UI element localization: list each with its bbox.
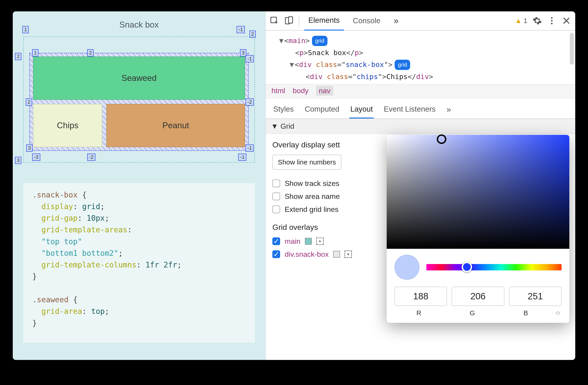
gear-icon[interactable] [532,16,542,25]
tab-console[interactable]: Console [349,11,385,30]
grid-line-label: 2 [15,53,21,60]
tab-computed[interactable]: Computed [304,103,340,118]
checkbox-overlay-snackbox[interactable]: ✓ [272,250,280,258]
line-numbers-select[interactable]: Show line numbers [272,155,341,170]
grid-line-label: -1 [237,26,245,33]
grid-line-label: -2 [246,98,254,106]
overlay-label[interactable]: div.snack-box [285,250,329,258]
grid-item-seaweed: Seaweed [33,57,245,100]
more-subtabs-icon[interactable]: » [446,103,452,118]
grid-badge[interactable]: grid [312,36,327,46]
code-snippet: .snack-box { display: grid; grid-gap: 10… [23,183,255,343]
color-spectrum[interactable] [387,135,569,249]
grid-item-chips: Chips [33,104,102,147]
inspect-icon[interactable] [270,16,279,25]
grid-line-label: 1 [32,49,39,57]
page-viewport: Snack box 1 -1 2 2 1 2 3 2 -2 -1 3 -3 -2 [13,11,266,360]
checkbox-extend-lines[interactable] [272,206,280,213]
snack-box-overlay: 1 2 3 2 -2 -1 3 -3 -2 -1 -1 Seaweed Chip… [29,53,249,151]
grid-line-label: -1 [246,55,254,63]
checkbox-overlay-main[interactable]: ✓ [272,237,280,245]
styles-subtabs: Styles Computed Layout Event Listeners » [266,98,575,119]
grid-line-label: 1 [22,26,29,33]
tab-layout[interactable]: Layout [349,103,374,118]
label-b: B [501,309,550,317]
grid-line-label: 2 [26,98,32,106]
checkbox-area-names[interactable] [272,192,280,200]
grid-badge[interactable]: grid [395,60,410,70]
overlay-label[interactable]: main [285,237,300,246]
input-r[interactable]: 188 [394,287,447,306]
label-g: G [448,309,497,317]
grid-line-label: -1 [246,144,254,152]
more-tabs-icon[interactable]: » [390,11,403,31]
overlay-color-swatch[interactable] [333,251,340,258]
grid-line-label: 3 [26,144,33,152]
device-toggle-icon[interactable] [284,16,294,25]
warnings-badge[interactable]: ▲ 1 [515,17,527,25]
dom-tree[interactable]: ▼<main>grid <p>Snack box</p> ▼<div class… [266,31,575,84]
devtools-window: Snack box 1 -1 2 2 1 2 3 2 -2 -1 3 -3 -2 [13,11,575,360]
caret-down-icon: ▼ [271,122,278,130]
tab-elements[interactable]: Elements [304,11,344,31]
color-preview[interactable] [394,255,420,280]
grid-line-label: 2 [87,49,94,57]
overlay-highlight-icon[interactable] [316,238,324,245]
svg-point-3 [551,17,553,19]
devtools-panel: Elements Console » ▲ 1 ▼<main>grid <p>Sn… [266,11,575,360]
page-title: Snack box [23,20,255,30]
close-icon[interactable] [562,16,571,25]
input-g[interactable]: 206 [452,287,504,306]
breadcrumb[interactable]: html body nav [266,84,575,98]
devtools-toolbar: Elements Console » ▲ 1 [266,11,575,31]
svg-point-4 [551,20,553,22]
svg-rect-2 [289,17,293,23]
label-r: R [394,309,443,317]
color-picker: 188 206 251 R G B ︿﹀ [387,135,569,323]
overlay-color-swatch[interactable] [305,238,312,245]
color-mode-toggle[interactable]: ︿﹀ [555,310,562,316]
tab-styles[interactable]: Styles [272,103,295,118]
grid-section-header[interactable]: ▼ Grid [266,119,575,134]
warning-icon: ▲ [515,17,522,25]
outer-grid-overlay: 2 1 2 3 2 -2 -1 3 -3 -2 -1 -1 Seaweed [23,37,255,163]
scrollbar[interactable] [570,33,574,65]
spectrum-handle[interactable] [437,134,446,144]
input-b[interactable]: 251 [509,287,562,306]
checkbox-track-sizes[interactable] [272,179,280,187]
kebab-icon[interactable] [547,16,557,25]
grid-item-peanut: Peanut [106,104,245,147]
overlay-highlight-icon[interactable] [345,251,352,258]
grid-line-label: -2 [87,153,95,161]
warning-count: 1 [524,17,527,25]
svg-point-5 [551,23,553,24]
grid-line-label: -3 [32,153,40,161]
hue-slider[interactable] [426,264,562,270]
grid-line-label: -1 [238,153,246,161]
grid-line-label: 3 [15,157,21,164]
hue-handle[interactable] [462,262,472,272]
tab-event-listeners[interactable]: Event Listeners [383,103,436,118]
